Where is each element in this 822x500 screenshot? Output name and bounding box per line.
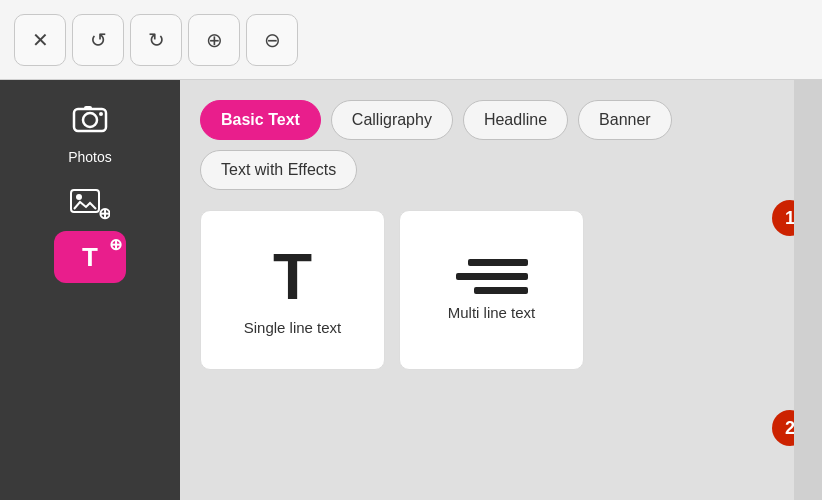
zoom-in-button[interactable]: ⊕ (188, 14, 240, 66)
single-line-label: Single line text (244, 319, 342, 336)
close-button[interactable]: ✕ (14, 14, 66, 66)
sidebar-photos-label: Photos (68, 149, 112, 165)
multi-line-icon (456, 259, 528, 294)
toolbar-zoom-group: ⊕ ⊖ (188, 14, 298, 66)
toolbar-history-group: ↺ ↻ (72, 14, 182, 66)
undo-icon: ↺ (90, 28, 107, 52)
svg-point-3 (99, 112, 103, 116)
zoom-in-icon: ⊕ (206, 28, 223, 52)
sidebar-add-group: ⊕ T ⊕ (54, 189, 126, 283)
svg-point-5 (76, 194, 82, 200)
tab-banner[interactable]: Banner (578, 100, 672, 140)
undo-button[interactable]: ↺ (72, 14, 124, 66)
badge-1: 1 (772, 200, 794, 236)
multi-line-label: Multi line text (448, 304, 536, 321)
text-icon: T (82, 242, 98, 273)
zoom-out-button[interactable]: ⊖ (246, 14, 298, 66)
category-tabs: Basic Text Calligraphy Headline Banner T… (200, 100, 774, 190)
zoom-out-icon: ⊖ (264, 28, 281, 52)
content-panel: Basic Text Calligraphy Headline Banner T… (180, 80, 794, 500)
tab-basic-text[interactable]: Basic Text (200, 100, 321, 140)
single-line-text-card[interactable]: T Single line text (200, 210, 385, 370)
svg-text:⊕: ⊕ (98, 205, 110, 221)
toolbar: ✕ ↺ ↻ ⊕ ⊖ (0, 0, 822, 80)
camera-icon (72, 100, 108, 143)
tab-headline[interactable]: Headline (463, 100, 568, 140)
redo-button[interactable]: ↻ (130, 14, 182, 66)
add-text-button[interactable]: T ⊕ (54, 231, 126, 283)
sidebar: Photos ⊕ T ⊕ (0, 80, 180, 500)
main-layout: Photos ⊕ T ⊕ Basic Text Calligraphy Head (0, 80, 822, 500)
svg-point-1 (83, 113, 97, 127)
plus-badge-icon: ⊕ (109, 235, 122, 254)
sidebar-item-photos[interactable]: Photos (68, 100, 112, 165)
svg-rect-2 (84, 106, 92, 110)
tab-text-with-effects[interactable]: Text with Effects (200, 150, 357, 190)
multi-line-text-card[interactable]: Multi line text (399, 210, 584, 370)
close-icon: ✕ (32, 28, 49, 52)
redo-icon: ↻ (148, 28, 165, 52)
add-image-button[interactable]: ⊕ (70, 189, 110, 221)
badge-2: 2 (772, 410, 794, 446)
tab-calligraphy[interactable]: Calligraphy (331, 100, 453, 140)
single-line-icon: T (273, 245, 312, 309)
right-strip (794, 80, 822, 500)
text-types-grid: T Single line text Multi line text (200, 210, 774, 370)
toolbar-left-group: ✕ (14, 14, 66, 66)
